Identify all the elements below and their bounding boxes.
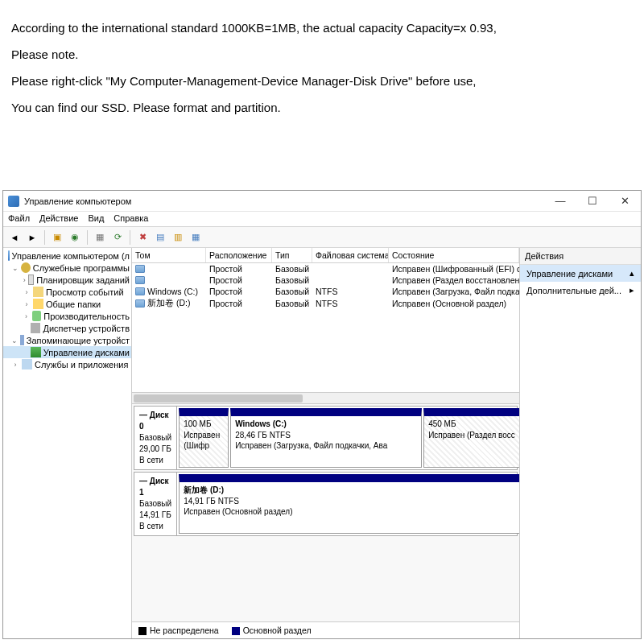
- tool-g[interactable]: ▦: [188, 229, 204, 246]
- col-sost[interactable]: Состояние: [389, 248, 519, 262]
- app-icon: [8, 196, 19, 207]
- table-row[interactable]: Windows (C:)ПростойБазовыйNTFSИсправен (…: [132, 286, 519, 297]
- table-row[interactable]: ПростойБазовыйИсправен (Шифрованный (EFI…: [132, 263, 519, 275]
- fwd-button[interactable]: ►: [24, 229, 40, 246]
- tree-shared-folders[interactable]: ›Общие папки: [3, 298, 131, 310]
- disk-label: — Диск 0Базовый29,00 ГБВ сети: [134, 407, 177, 469]
- table-row[interactable]: ПростойБазовыйИсправен (Раздел восстанов…: [132, 275, 519, 286]
- titlebar[interactable]: Управление компьютером — ☐ ✕: [3, 191, 641, 212]
- disk-label: — Диск 1Базовый14,91 ГБВ сети: [134, 473, 177, 535]
- tool-a[interactable]: ▣: [49, 229, 65, 246]
- intro-line2: Please note.: [11, 41, 630, 68]
- tool-d[interactable]: ✖: [134, 229, 151, 246]
- tree-storage[interactable]: ⌄Запоминающие устройст: [3, 334, 131, 346]
- volume-icon: [135, 299, 145, 308]
- col-tip[interactable]: Тип: [272, 248, 312, 262]
- menu-file[interactable]: Файл: [8, 213, 30, 223]
- tool-e[interactable]: ▤: [152, 229, 168, 246]
- col-rasp[interactable]: Расположение: [206, 248, 272, 262]
- partition[interactable]: Windows (C:)28,46 ГБ NTFSИсправен (Загру…: [230, 408, 422, 468]
- window-title: Управление компьютером: [24, 196, 131, 206]
- tool-b[interactable]: ◉: [67, 229, 83, 246]
- tool-f[interactable]: ▥: [170, 229, 186, 246]
- volume-icon: [135, 265, 145, 273]
- partition[interactable]: 100 МБИсправен (Шифр: [179, 408, 229, 468]
- tree-system-tools[interactable]: ⌄Служебные программы: [3, 262, 131, 274]
- actions-disk-mgmt[interactable]: Управление дисками▴: [520, 265, 641, 282]
- actions-pane: Действия Управление дисками▴ Дополнитель…: [520, 248, 641, 638]
- menu-view[interactable]: Вид: [88, 213, 104, 223]
- volume-icon: [135, 287, 145, 295]
- tree-task-scheduler[interactable]: ›Планировщик заданий: [3, 274, 131, 286]
- maximize-button[interactable]: ☐: [576, 191, 609, 212]
- tree-performance[interactable]: ›Производительность: [3, 310, 131, 322]
- disk-row[interactable]: — Диск 1Базовый14,91 ГБВ сети新加卷 (D:)14,…: [134, 472, 518, 536]
- actions-more[interactable]: Дополнительные дей...▸: [520, 282, 641, 299]
- menubar: Файл Действие Вид Справка: [3, 212, 641, 227]
- partition[interactable]: 450 МБИсправен (Раздел восс: [423, 408, 519, 468]
- partition[interactable]: 新加卷 (D:)14,91 ГБ NTFSИсправен (Основной …: [179, 474, 519, 534]
- volumes-table[interactable]: Том Расположение Тип Файловая система Со…: [132, 248, 519, 404]
- tool-c[interactable]: ▦: [92, 229, 108, 246]
- legend-primary-swatch: [232, 627, 240, 635]
- menu-action[interactable]: Действие: [39, 213, 78, 223]
- disk-layout-panel[interactable]: — Диск 0Базовый29,00 ГБВ сети100 МБИспра…: [132, 404, 519, 621]
- chevron-up-icon: ▴: [630, 268, 634, 279]
- h-scrollbar[interactable]: [132, 392, 519, 403]
- menu-help[interactable]: Справка: [114, 213, 148, 223]
- actions-header: Действия: [520, 248, 641, 265]
- tree-device-manager[interactable]: Диспетчер устройств: [3, 322, 131, 334]
- tool-refresh[interactable]: ⟳: [109, 229, 126, 246]
- volume-icon: [135, 276, 145, 284]
- col-tom[interactable]: Том: [132, 248, 206, 262]
- tree-disk-management[interactable]: Управление дисками: [3, 346, 131, 358]
- disk-row[interactable]: — Диск 0Базовый29,00 ГБВ сети100 МБИспра…: [134, 406, 518, 470]
- intro-line3: Please right-click "My Computer-Manageme…: [11, 68, 630, 94]
- tree-event-viewer[interactable]: ›Просмотр событий: [3, 286, 131, 298]
- tree-services-apps[interactable]: ›Службы и приложения: [3, 358, 131, 370]
- nav-tree[interactable]: Управление компьютером (л ⌄Служебные про…: [3, 248, 132, 638]
- window: Управление компьютером — ☐ ✕ Файл Действ…: [2, 190, 642, 639]
- minimize-button[interactable]: —: [544, 191, 576, 212]
- legend: Не распределена Основной раздел: [132, 621, 519, 638]
- legend-unalloc-swatch: [138, 627, 147, 635]
- close-button[interactable]: ✕: [609, 191, 641, 212]
- chevron-right-icon: ▸: [630, 285, 634, 295]
- toolbar: ◄ ► ▣ ◉ ▦ ⟳ ✖ ▤ ▥ ▦: [3, 227, 641, 248]
- intro-line1: According to the international standard …: [11, 14, 630, 41]
- tree-root[interactable]: Управление компьютером (л: [3, 250, 131, 262]
- intro-line4: You can find our SSD. Please format and …: [11, 94, 630, 121]
- col-fs[interactable]: Файловая система: [312, 248, 389, 262]
- table-row[interactable]: 新加卷 (D:)ПростойБазовыйNTFSИсправен (Осно…: [132, 297, 519, 310]
- back-button[interactable]: ◄: [6, 229, 23, 246]
